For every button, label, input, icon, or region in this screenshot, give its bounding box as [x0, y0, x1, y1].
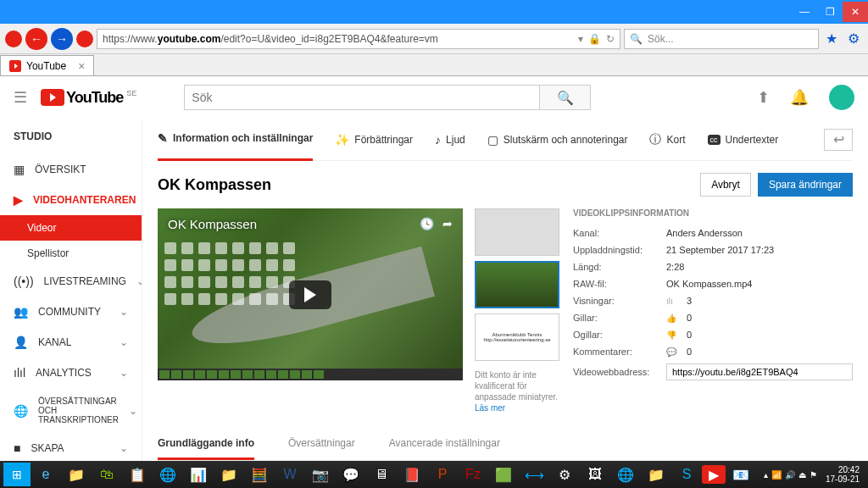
thumbnail-3[interactable]: Abonnentklubb Tennishttp://esselatororie…: [475, 313, 559, 361]
sub-tab-advanced[interactable]: Avancerade inställningar: [389, 429, 500, 460]
taskbar-app6[interactable]: 💬: [336, 463, 366, 486]
refresh-icon[interactable]: ↻: [606, 33, 615, 45]
taskbar-teamviewer[interactable]: ⟷: [519, 463, 549, 486]
sub-tab-translations[interactable]: Översättningar: [288, 429, 355, 460]
play-button[interactable]: [289, 280, 331, 309]
browser-tab[interactable]: YouTube ×: [0, 55, 94, 75]
taskbar-word[interactable]: W: [275, 463, 305, 486]
taskbar-app11[interactable]: ⚙: [549, 463, 580, 486]
maximize-button[interactable]: ❐: [817, 2, 843, 22]
player-title: OK Kompassen: [168, 217, 257, 231]
youtube-search-button[interactable]: 🔍: [540, 85, 591, 110]
youtube-search-input[interactable]: [184, 85, 540, 110]
taskbar-ie[interactable]: e: [31, 463, 61, 486]
cancel-button[interactable]: Avbryt: [700, 173, 751, 197]
sidebar-sub-videos[interactable]: Videor: [0, 215, 142, 241]
views-icon: ılı: [666, 297, 678, 306]
sidebar-item-community[interactable]: 👥COMMUNITY⌄: [0, 297, 142, 327]
taskbar-app2[interactable]: 📊: [183, 463, 214, 486]
taskbar-chrome2[interactable]: 🌐: [610, 463, 641, 486]
sub-tab-basic[interactable]: Grundläggande info: [158, 429, 254, 460]
forward-button[interactable]: →: [51, 28, 73, 50]
thumbnail-1[interactable]: [475, 208, 559, 256]
tray-volume-icon[interactable]: 🔊: [785, 470, 795, 480]
sidebar-item-translations[interactable]: 🌐ÖVERSÄTTNINGAR OCH TRANSKRIPTIONER⌄: [0, 388, 142, 433]
create-icon: ■: [14, 441, 20, 455]
tab-close-icon[interactable]: ×: [78, 59, 85, 73]
youtube-logo[interactable]: YouTube SE: [41, 89, 136, 107]
taskbar-app9[interactable]: P: [427, 463, 458, 486]
pencil-icon: ✎: [158, 131, 168, 145]
chevron-down-icon: ⌄: [120, 336, 128, 348]
learn-more-link[interactable]: Läs mer: [475, 403, 505, 413]
taskbar-app14[interactable]: 📧: [726, 463, 756, 486]
edit-tab-subtitles[interactable]: ccUndertexter: [708, 119, 779, 161]
tray-flag-icon[interactable]: ⚑: [810, 470, 817, 480]
analytics-icon: ılıl: [14, 366, 25, 380]
taskbar-app3[interactable]: 📁: [214, 463, 244, 486]
edit-tab-enhance[interactable]: ✨Förbättringar: [335, 119, 413, 161]
tray-eject-icon[interactable]: ⏏: [798, 470, 806, 480]
taskbar-youtube[interactable]: ▶: [702, 465, 726, 484]
watch-later-icon[interactable]: 🕓: [420, 217, 434, 230]
sidebar-item-channel[interactable]: 👤KANAL⌄: [0, 327, 142, 358]
dashboard-icon: ▦: [14, 163, 25, 176]
taskbar-filezilla[interactable]: Fz: [458, 463, 488, 486]
globe-icon: 🌐: [14, 404, 28, 418]
video-taskbar: [158, 369, 463, 380]
back-button[interactable]: ←: [25, 28, 47, 50]
sidebar-item-create[interactable]: ■SKAPA⌄: [0, 433, 142, 463]
start-button[interactable]: ⊞: [3, 463, 31, 486]
settings-icon[interactable]: ⚙: [844, 30, 863, 47]
url-path: /edit?o=U&video_id=i8g2ET9BAQ4&feature=v…: [220, 33, 438, 45]
page-title: OK Kompassen: [158, 176, 271, 194]
minimize-button[interactable]: —: [792, 2, 817, 22]
taskbar-app4[interactable]: 🧮: [244, 463, 275, 486]
taskbar-skype[interactable]: S: [671, 463, 702, 486]
edit-tab-cards[interactable]: ⓘKort: [649, 119, 685, 161]
sidebar-item-livestream[interactable]: ((•))LIVESTREAMING⌄: [0, 266, 142, 297]
close-button[interactable]: ✕: [843, 2, 868, 22]
url-host: www.: [133, 33, 158, 45]
taskbar-store[interactable]: 🛍: [92, 463, 122, 486]
reader-icon[interactable]: ▾: [578, 33, 583, 45]
community-icon: 👥: [14, 305, 28, 319]
taskbar-chrome[interactable]: 🌐: [153, 463, 183, 486]
address-bar[interactable]: https:// www. youtube.com /edit?o=U&vide…: [97, 29, 620, 49]
thumbnail-2[interactable]: [475, 261, 559, 308]
taskbar-app10[interactable]: 🟩: [488, 463, 519, 486]
back-arrow-button[interactable]: ↩: [824, 129, 853, 151]
taskbar-app12[interactable]: 🖼: [580, 463, 610, 486]
taskbar-app7[interactable]: 🖥: [366, 463, 397, 486]
share-icon[interactable]: ➦: [442, 217, 453, 230]
info-icon: ⓘ: [649, 132, 661, 147]
sidebar-item-overview[interactable]: ▦ÖVERSIKT: [0, 154, 142, 185]
taskbar-app13[interactable]: 📁: [641, 463, 671, 486]
taskbar-explorer[interactable]: 📁: [61, 463, 92, 486]
video-player[interactable]: OK Kompassen 🕓 ➦: [158, 208, 463, 380]
avatar[interactable]: [829, 85, 854, 110]
site-identity-icon[interactable]: [76, 30, 93, 47]
upload-icon[interactable]: ⬆: [757, 88, 770, 107]
video-url-input[interactable]: [666, 363, 853, 380]
edit-tab-audio[interactable]: ♪Ljud: [435, 119, 465, 161]
system-clock[interactable]: 20:42 17-09-21: [821, 465, 865, 484]
browser-search[interactable]: 🔍 Sök...: [624, 29, 819, 49]
search-placeholder: Sök...: [648, 33, 674, 45]
bookmark-icon[interactable]: ★: [822, 30, 841, 47]
taskbar-app8[interactable]: 📕: [397, 463, 427, 486]
sidebar-sub-playlists[interactable]: Spellistor: [0, 241, 142, 266]
tray-network-icon[interactable]: 📶: [771, 470, 782, 480]
taskbar-app[interactable]: 📋: [122, 463, 153, 486]
save-button[interactable]: Spara ändringar: [758, 173, 853, 197]
notifications-icon[interactable]: 🔔: [790, 88, 809, 107]
sidebar-item-videomanager[interactable]: ▶VIDEOHANTERAREN: [0, 185, 142, 215]
tray-up-icon[interactable]: ▴: [764, 470, 768, 480]
channel-name[interactable]: Anders Andersson: [666, 228, 743, 238]
menu-icon[interactable]: ☰: [14, 88, 27, 107]
edit-tab-info[interactable]: ✎Information och inställningar: [158, 119, 313, 161]
edit-tab-endscreen[interactable]: ▢Slutskärm och annoteringar: [487, 119, 628, 161]
chevron-down-icon: ⌄: [120, 367, 128, 379]
sidebar-item-analytics[interactable]: ılılANALYTICS⌄: [0, 358, 142, 388]
taskbar-app5[interactable]: 📷: [305, 463, 336, 486]
